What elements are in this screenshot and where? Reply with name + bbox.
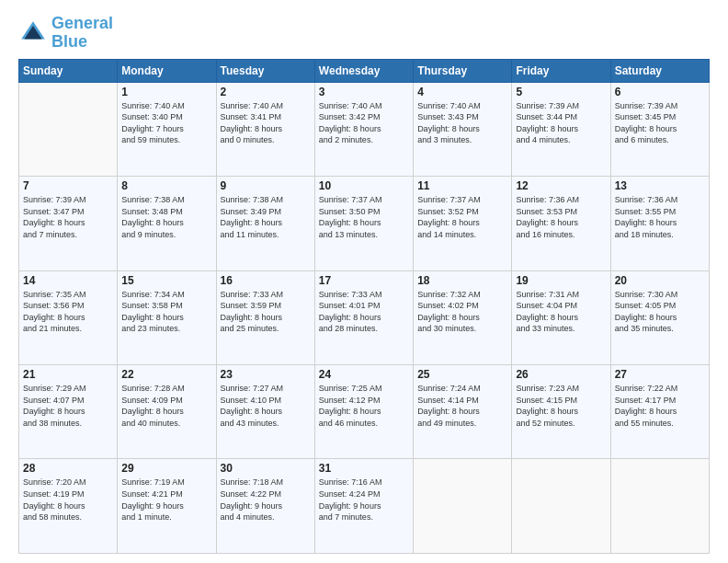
logo: General Blue [18,15,113,52]
weekday-header-monday: Monday [118,59,216,82]
calendar-cell [414,459,512,554]
weekday-header-friday: Friday [512,59,610,82]
calendar-cell [19,82,118,176]
calendar-cell: 28Sunrise: 7:20 AM Sunset: 4:19 PM Dayli… [19,459,118,554]
cell-info: Sunrise: 7:24 AM Sunset: 4:14 PM Dayligh… [417,383,507,429]
day-number: 11 [417,179,507,192]
cell-info: Sunrise: 7:37 AM Sunset: 3:50 PM Dayligh… [319,194,409,240]
cell-info: Sunrise: 7:40 AM Sunset: 3:43 PM Dayligh… [417,100,507,146]
calendar-cell: 22Sunrise: 7:28 AM Sunset: 4:09 PM Dayli… [118,365,216,459]
day-number: 22 [121,368,211,381]
cell-info: Sunrise: 7:18 AM Sunset: 4:22 PM Dayligh… [221,477,311,523]
day-number: 7 [23,179,113,192]
calendar-cell: 24Sunrise: 7:25 AM Sunset: 4:12 PM Dayli… [314,365,413,459]
calendar-cell: 7Sunrise: 7:39 AM Sunset: 3:47 PM Daylig… [19,177,118,270]
day-number: 24 [319,368,409,381]
calendar-cell: 10Sunrise: 7:37 AM Sunset: 3:50 PM Dayli… [314,177,413,270]
calendar-cell: 21Sunrise: 7:29 AM Sunset: 4:07 PM Dayli… [19,365,118,459]
calendar-cell: 23Sunrise: 7:27 AM Sunset: 4:10 PM Dayli… [216,365,314,459]
calendar-cell: 20Sunrise: 7:30 AM Sunset: 4:05 PM Dayli… [610,270,709,364]
day-number: 26 [516,368,606,381]
logo-text-line1: General [51,15,113,33]
day-number: 1 [121,86,211,98]
day-number: 21 [23,368,113,381]
cell-info: Sunrise: 7:19 AM Sunset: 4:21 PM Dayligh… [121,477,211,523]
day-number: 25 [417,368,507,381]
day-number: 23 [221,368,311,381]
calendar-cell: 19Sunrise: 7:31 AM Sunset: 4:04 PM Dayli… [512,270,610,364]
calendar-cell: 9Sunrise: 7:38 AM Sunset: 3:49 PM Daylig… [216,177,314,270]
cell-info: Sunrise: 7:22 AM Sunset: 4:17 PM Dayligh… [615,383,705,429]
logo-text-line2: Blue [51,33,113,52]
cell-info: Sunrise: 7:23 AM Sunset: 4:15 PM Dayligh… [516,383,606,429]
weekday-header-sunday: Sunday [19,59,118,82]
week-row: 1Sunrise: 7:40 AM Sunset: 3:40 PM Daylig… [19,82,710,176]
calendar-cell: 18Sunrise: 7:32 AM Sunset: 4:02 PM Dayli… [414,270,512,364]
calendar-cell: 31Sunrise: 7:16 AM Sunset: 4:24 PM Dayli… [314,459,413,554]
calendar-cell: 25Sunrise: 7:24 AM Sunset: 4:14 PM Dayli… [414,365,512,459]
weekday-header-tuesday: Tuesday [216,59,314,82]
calendar-cell: 4Sunrise: 7:40 AM Sunset: 3:43 PM Daylig… [414,82,512,176]
calendar-cell: 2Sunrise: 7:40 AM Sunset: 3:41 PM Daylig… [216,82,314,176]
day-number: 8 [121,179,211,192]
calendar-cell [610,459,709,554]
calendar-cell: 1Sunrise: 7:40 AM Sunset: 3:40 PM Daylig… [118,82,216,176]
day-number: 15 [121,274,211,287]
calendar-cell: 27Sunrise: 7:22 AM Sunset: 4:17 PM Dayli… [610,365,709,459]
calendar-cell: 16Sunrise: 7:33 AM Sunset: 3:59 PM Dayli… [216,270,314,364]
calendar-cell: 12Sunrise: 7:36 AM Sunset: 3:53 PM Dayli… [512,177,610,270]
day-number: 2 [221,86,311,98]
calendar-cell: 14Sunrise: 7:35 AM Sunset: 3:56 PM Dayli… [19,270,118,364]
day-number: 10 [319,179,409,192]
day-number: 9 [221,179,311,192]
day-number: 19 [516,274,606,287]
cell-info: Sunrise: 7:39 AM Sunset: 3:47 PM Dayligh… [23,194,113,240]
day-number: 31 [319,462,409,475]
cell-info: Sunrise: 7:31 AM Sunset: 4:04 PM Dayligh… [516,289,606,335]
logo-icon [18,18,48,48]
weekday-header-thursday: Thursday [414,59,512,82]
weekday-header-wednesday: Wednesday [314,59,413,82]
cell-info: Sunrise: 7:29 AM Sunset: 4:07 PM Dayligh… [23,383,113,429]
page: General Blue SundayMondayTuesdayWednesda… [0,0,728,563]
day-number: 17 [319,274,409,287]
calendar-cell: 29Sunrise: 7:19 AM Sunset: 4:21 PM Dayli… [118,459,216,554]
cell-info: Sunrise: 7:40 AM Sunset: 3:40 PM Dayligh… [121,100,211,146]
day-number: 5 [516,86,606,98]
cell-info: Sunrise: 7:40 AM Sunset: 3:42 PM Dayligh… [319,100,409,146]
calendar-cell [512,459,610,554]
cell-info: Sunrise: 7:40 AM Sunset: 3:41 PM Dayligh… [221,100,311,146]
cell-info: Sunrise: 7:39 AM Sunset: 3:45 PM Dayligh… [615,100,705,146]
cell-info: Sunrise: 7:38 AM Sunset: 3:49 PM Dayligh… [221,194,311,240]
calendar-cell: 5Sunrise: 7:39 AM Sunset: 3:44 PM Daylig… [512,82,610,176]
cell-info: Sunrise: 7:37 AM Sunset: 3:52 PM Dayligh… [417,194,507,240]
day-number: 29 [121,462,211,475]
day-number: 18 [417,274,507,287]
day-number: 3 [319,86,409,98]
cell-info: Sunrise: 7:38 AM Sunset: 3:48 PM Dayligh… [121,194,211,240]
day-number: 28 [23,462,113,475]
week-row: 14Sunrise: 7:35 AM Sunset: 3:56 PM Dayli… [19,270,710,364]
cell-info: Sunrise: 7:33 AM Sunset: 4:01 PM Dayligh… [319,289,409,335]
calendar-cell: 8Sunrise: 7:38 AM Sunset: 3:48 PM Daylig… [118,177,216,270]
day-number: 14 [23,274,113,287]
cell-info: Sunrise: 7:28 AM Sunset: 4:09 PM Dayligh… [121,383,211,429]
week-row: 7Sunrise: 7:39 AM Sunset: 3:47 PM Daylig… [19,177,710,270]
calendar-cell: 11Sunrise: 7:37 AM Sunset: 3:52 PM Dayli… [414,177,512,270]
calendar-cell: 30Sunrise: 7:18 AM Sunset: 4:22 PM Dayli… [216,459,314,554]
day-number: 12 [516,179,606,192]
day-number: 16 [221,274,311,287]
day-number: 4 [417,86,507,98]
calendar-cell: 6Sunrise: 7:39 AM Sunset: 3:45 PM Daylig… [610,82,709,176]
calendar-cell: 26Sunrise: 7:23 AM Sunset: 4:15 PM Dayli… [512,365,610,459]
cell-info: Sunrise: 7:36 AM Sunset: 3:55 PM Dayligh… [615,194,705,240]
calendar-cell: 13Sunrise: 7:36 AM Sunset: 3:55 PM Dayli… [610,177,709,270]
week-row: 28Sunrise: 7:20 AM Sunset: 4:19 PM Dayli… [19,459,710,554]
day-number: 13 [615,179,705,192]
cell-info: Sunrise: 7:34 AM Sunset: 3:58 PM Dayligh… [121,289,211,335]
cell-info: Sunrise: 7:30 AM Sunset: 4:05 PM Dayligh… [615,289,705,335]
day-number: 27 [615,368,705,381]
weekday-header-row: SundayMondayTuesdayWednesdayThursdayFrid… [19,59,710,82]
cell-info: Sunrise: 7:33 AM Sunset: 3:59 PM Dayligh… [221,289,311,335]
day-number: 6 [615,86,705,98]
